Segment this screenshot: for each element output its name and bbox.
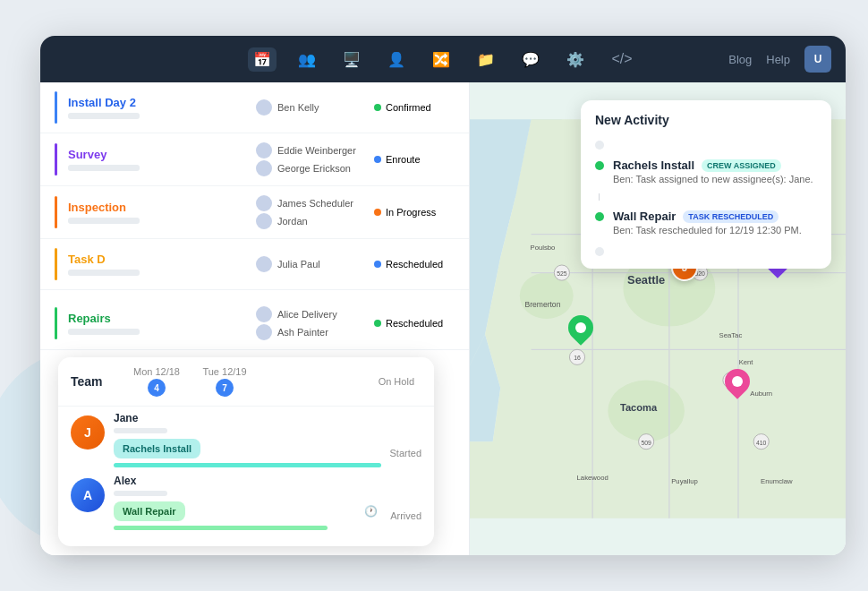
member-info-jane: Jane Rachels Install [114, 412, 381, 467]
nav-icons: 📅 👥 🖥️ 👤 🔀 📁 💬 ⚙️ </> [248, 47, 637, 72]
svg-text:SeaTac: SeaTac [719, 331, 743, 339]
task-color-bar [55, 307, 57, 339]
nav-icon-calendar[interactable]: 📅 [248, 47, 277, 72]
svg-text:525: 525 [557, 270, 567, 277]
member-info-alex: Alex Wall Repair 🕐 [114, 475, 381, 530]
svg-text:Puyallup: Puyallup [671, 477, 698, 485]
assignee-avatar [256, 306, 272, 322]
map-pin-green[interactable] [568, 315, 593, 340]
svg-text:Kent: Kent [739, 358, 754, 366]
task-assignees: Alice Delivery Ash Painter [256, 306, 363, 340]
team-member-row-jane: J Jane Rachels Install Started [71, 412, 421, 467]
team-panel: Team Mon 12/18 4 Tue 12/19 7 On Hold J J… [58, 357, 434, 546]
task-color-bar [55, 143, 57, 176]
nav-icon-user[interactable]: 👤 [382, 47, 411, 72]
task-info: Install Day 2 [68, 96, 245, 119]
svg-text:Lakewood: Lakewood [577, 474, 608, 482]
top-nav: 📅 👥 🖥️ 👤 🔀 📁 💬 ⚙️ </> Blog Help U [40, 36, 846, 82]
task-item[interactable]: Install Day 2 Ben Kelly Confirmed [40, 82, 469, 133]
member-subtitle-alex [114, 491, 167, 496]
activity-item-wallrepair: Wall Repair TASK RESCHEDULED Ben: Task r… [595, 210, 817, 236]
status-badge: In Progress [374, 207, 455, 218]
task-item[interactable]: Inspection James Scheduler Jordan [40, 186, 469, 239]
activity-list: Rachels Install CREW ASSIGNED Ben: Task … [595, 138, 817, 256]
task-card-wallrepair[interactable]: Wall Repair [114, 501, 185, 521]
task-item[interactable]: Survey Eddie Weinberger George Erickson [40, 133, 469, 186]
task-info: Repairs [68, 312, 245, 335]
on-hold-label: On Hold [379, 376, 414, 387]
svg-text:410: 410 [756, 440, 767, 446]
status-text: Rescheduled [386, 318, 443, 329]
member-name-alex: Alex [114, 475, 381, 487]
task-item[interactable]: Task D Julia Paul Rescheduled [40, 239, 469, 290]
status-text: Enroute [386, 154, 421, 165]
date-col-mon: Mon 12/18 4 [130, 366, 183, 397]
nav-help-link[interactable]: Help [766, 53, 790, 66]
nav-icon-chat[interactable]: 💬 [516, 47, 545, 72]
assignee-row: Ash Painter [256, 324, 363, 340]
status-dot [374, 261, 381, 268]
activity-dot-green [595, 212, 604, 221]
status-dot [374, 156, 381, 163]
map-bg: 525 307 16 509 169 520 410 [470, 82, 846, 555]
activity-desc: Ben: Task assigned to new assignee(s): J… [613, 174, 817, 184]
task-bar-jane [114, 463, 381, 467]
assignee-name: Julia Paul [277, 259, 320, 270]
activity-popup: New Activity [581, 100, 831, 269]
team-body: J Jane Rachels Install Started A Alex [58, 407, 434, 546]
status-arrived: Arrived [390, 510, 421, 521]
task-item-repairs[interactable]: Repairs Alice Delivery Ash Painter [40, 297, 469, 350]
task-subtitle [68, 113, 140, 119]
task-subtitle [68, 329, 140, 335]
assignee-row: Alice Delivery [256, 306, 363, 322]
assignee-row: James Scheduler [256, 195, 363, 211]
team-header: Team Mon 12/18 4 Tue 12/19 7 On Hold [58, 357, 434, 407]
svg-text:Seattle: Seattle [627, 273, 665, 287]
avatar-jane-inner: J [71, 415, 105, 450]
nav-blog-link[interactable]: Blog [728, 53, 752, 66]
svg-text:509: 509 [641, 440, 651, 446]
assignee-name: James Scheduler [277, 198, 353, 209]
svg-text:Poulsbo: Poulsbo [531, 244, 556, 252]
date-badge-tue: 7 [216, 379, 234, 397]
activity-name: Wall Repair [613, 210, 676, 223]
map-panel: 525 307 16 509 169 520 410 [470, 82, 846, 555]
svg-text:Auburn: Auburn [750, 390, 772, 398]
nav-icon-flow[interactable]: 🔀 [427, 47, 455, 72]
activity-content: Rachels Install CREW ASSIGNED Ben: Task … [613, 158, 817, 184]
map-pin-pink[interactable] [725, 369, 750, 394]
status-badge: Confirmed [374, 102, 455, 113]
activity-dot-empty [595, 141, 604, 150]
activity-content: Wall Repair TASK RESCHEDULED Ben: Task r… [613, 210, 817, 236]
assignee-name: Ash Painter [277, 327, 328, 338]
status-dot [374, 209, 381, 216]
activity-item [595, 138, 817, 150]
assignee-avatar [256, 99, 272, 116]
nav-avatar[interactable]: U [804, 46, 831, 73]
svg-text:Tacoma: Tacoma [620, 402, 658, 413]
nav-icon-code[interactable]: </> [606, 47, 637, 71]
nav-icon-file[interactable]: 📁 [472, 47, 500, 72]
assignee-row: Jordan [256, 213, 363, 229]
nav-icon-team[interactable]: 👥 [293, 47, 321, 72]
team-label: Team [71, 374, 115, 389]
task-info: Inspection [68, 201, 245, 224]
assignee-row: George Erickson [256, 160, 363, 176]
date-tue: Tue 12/19 [202, 366, 246, 377]
nav-icon-monitor[interactable]: 🖥️ [337, 47, 366, 72]
task-title: Survey [68, 148, 245, 161]
assignee-name: George Erickson [277, 163, 351, 174]
activity-desc: Ben: Task rescheduled for 12/19 12:30 PM… [613, 225, 817, 236]
activity-dot-green [595, 161, 604, 170]
task-card-rachels[interactable]: Rachels Install [114, 439, 200, 458]
avatar-alex-inner: A [71, 478, 105, 512]
assignee-name: Ben Kelly [277, 102, 319, 113]
status-text: In Progress [386, 207, 436, 218]
task-info: Survey [68, 148, 245, 171]
assignee-avatar [256, 256, 272, 272]
activity-header-row: Wall Repair TASK RESCHEDULED [613, 210, 817, 223]
svg-text:16: 16 [574, 355, 581, 361]
svg-text:Enumclaw: Enumclaw [761, 477, 793, 485]
status-dot [374, 104, 381, 111]
nav-icon-settings[interactable]: ⚙️ [561, 47, 590, 72]
